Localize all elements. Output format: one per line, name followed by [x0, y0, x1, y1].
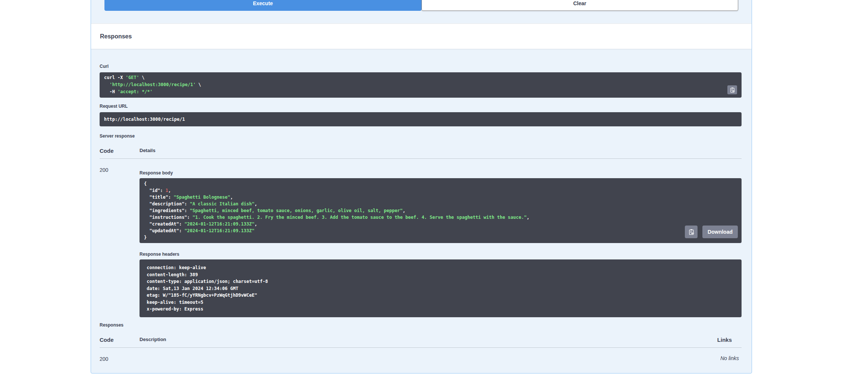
doc-status-code: 200: [100, 356, 140, 362]
curl-command-code: curl -X 'GET' \ 'http://localhost:3000/r…: [100, 72, 742, 97]
request-url-value: http://localhost:3000/recipe/1: [100, 112, 742, 126]
responses-doc-label: Responses: [100, 322, 742, 328]
copy-curl-button[interactable]: [727, 85, 737, 94]
response-body-json: { "id": 1, "title": "Spaghetti Bolognese…: [140, 178, 742, 243]
doc-description-column-header: Description: [140, 337, 717, 342]
response-body-block: { "id": 1, "title": "Spaghetti Bolognese…: [140, 178, 742, 243]
response-body-actions: Download: [685, 226, 738, 238]
response-headers-block: connection: keep-alive content-length: 3…: [140, 259, 742, 317]
operation-panel: Execute Clear Responses Curl curl -X 'GE…: [91, 0, 752, 374]
request-url-block: http://localhost:3000/recipe/1: [100, 112, 742, 126]
curl-command-block: curl -X 'GET' \ 'http://localhost:3000/r…: [100, 72, 742, 98]
responses-section-title: Responses: [100, 33, 132, 40]
responses-section-header: Responses: [91, 23, 752, 49]
response-headers-code: connection: keep-alive content-length: 3…: [140, 259, 742, 318]
download-button[interactable]: Download: [702, 226, 738, 238]
doc-response-description: [140, 355, 720, 362]
doc-links-column-header: Links: [717, 337, 742, 343]
execute-clear-bar: Execute Clear: [104, 0, 738, 11]
server-response-table: Code Details 200 Response body { "id": 1…: [100, 148, 742, 317]
responses-doc-row: 200 No links: [100, 348, 742, 362]
code-column-header: Code: [100, 148, 140, 158]
copy-icon: [688, 229, 695, 235]
server-response-table-header: Code Details: [100, 148, 742, 159]
doc-links-value: No links: [720, 355, 742, 362]
copy-icon: [730, 87, 735, 93]
copy-response-button[interactable]: [685, 226, 698, 238]
request-url-label: Request URL: [100, 104, 742, 109]
responses-doc-table: Code Description Links 200 No links: [100, 337, 742, 362]
curl-label: Curl: [100, 64, 742, 69]
execute-button[interactable]: Execute: [104, 0, 422, 11]
responses-doc-table-header: Code Description Links: [100, 337, 742, 348]
details-column-header: Details: [140, 148, 742, 158]
doc-code-column-header: Code: [100, 337, 140, 343]
page: Execute Clear Responses Curl curl -X 'GE…: [0, 0, 868, 375]
responses-content: Curl curl -X 'GET' \ 'http://localhost:3…: [91, 64, 752, 362]
response-headers-label: Response headers: [140, 252, 742, 257]
response-body-label: Response body: [140, 170, 742, 176]
status-code: 200: [100, 167, 140, 317]
server-response-label: Server response: [100, 133, 742, 139]
server-response-row: 200 Response body { "id": 1, "title": "S…: [100, 159, 742, 317]
clear-button[interactable]: Clear: [422, 0, 739, 11]
